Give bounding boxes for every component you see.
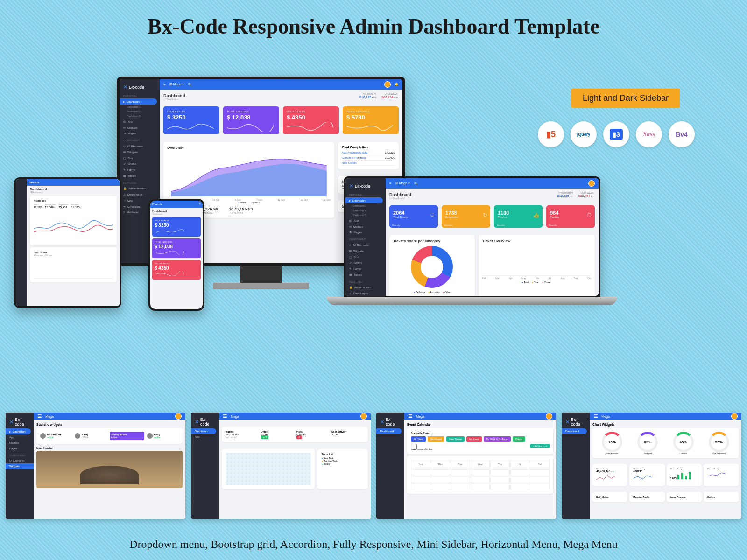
chart-widgets-title: Chart Widgets xyxy=(592,423,739,426)
ticket-bars xyxy=(482,243,591,276)
remove-checkbox[interactable] xyxy=(411,444,417,450)
html5-icon: ▮5 xyxy=(538,121,564,147)
monitor-base xyxy=(213,283,309,289)
calendar-grid[interactable]: SunMonTueWedThuFriSat xyxy=(411,460,550,490)
sidebar-section: FEATURED xyxy=(120,179,160,185)
kpi-row: 2064Total Tickets🗨More info 1738Responde… xyxy=(389,205,595,228)
kpi-resolve[interactable]: 1100Resolve👍More info xyxy=(494,205,543,228)
sidebar-sub[interactable]: Dashboard 1 xyxy=(120,105,160,109)
world-map xyxy=(226,453,311,485)
thumb-calendar: ✕Bx-code Dashboard ≡Mega Event Calendar … xyxy=(376,413,556,519)
donut-chart xyxy=(411,246,453,288)
brand-logo[interactable]: Bx-code xyxy=(29,181,39,184)
sidebar-item-forms[interactable]: ✎ Forms xyxy=(120,167,160,173)
calendar-title: Event Calendar xyxy=(407,423,553,426)
svg-rect-2 xyxy=(685,476,687,479)
sidebar-item-tables[interactable]: ▦ Tables xyxy=(120,173,160,179)
page-title: Bx-Code Responsive Admin Dashboard Templ… xyxy=(0,0,747,43)
svg-rect-1 xyxy=(681,473,683,479)
menu-icon[interactable]: ≡ xyxy=(163,83,166,87)
kpi-online-sales[interactable]: ONLINE SALES$ 4350 xyxy=(283,106,339,134)
sass-icon: Sass xyxy=(636,121,662,147)
header-stats: THIS MONTH$12,125 ▪▪▮▪ LAST WEEK$22,754 … xyxy=(359,92,398,98)
donut-panel: Tickets share per category TechnicalAcco… xyxy=(389,235,475,296)
kpi-row: GROSS SALES$ 3250 TOTAL EARNINGS$ 12,038… xyxy=(163,106,399,134)
kpi-responded[interactable]: 1738Responded↻More info xyxy=(442,205,490,228)
overview-title: Overview xyxy=(167,146,331,150)
sidebar-section: PERSONAL xyxy=(120,92,160,98)
sidebar: ✕Bx-code PERSONAL ▸ Dashboard Dashboard … xyxy=(345,178,386,296)
ring-chart: 55% xyxy=(709,432,729,452)
avatar[interactable] xyxy=(114,181,118,184)
kpi-online[interactable]: ONLINE SALES$ 4350 xyxy=(152,260,201,280)
ring-chart: 45% xyxy=(673,432,694,452)
menu-icon[interactable]: ≡ xyxy=(389,182,392,186)
kpi-pending[interactable]: 964Pending⏱More info xyxy=(546,205,595,228)
sidebar-item-auth[interactable]: 🔒 Authentication xyxy=(120,185,160,191)
thumbnails-row: ✕Bx-code ▸ Dashboard App Mailbox Pages C… xyxy=(6,413,741,519)
overview-area-chart xyxy=(167,150,331,196)
sidebar-item-app[interactable]: ◫ App xyxy=(120,119,160,125)
thumb-income-map: ✕Bx-code Dashboard App ≡Mega Income$25,1… xyxy=(191,413,371,519)
goal-completion-panel: Goal Completion Add Products to Bag140/2… xyxy=(338,142,399,169)
ring-chart: 75% xyxy=(602,432,622,452)
laptop-base xyxy=(327,297,617,305)
jquery-icon: jQuery xyxy=(571,121,597,147)
thumb-statistic-widgets: ✕Bx-code ▸ Dashboard App Mailbox Pages C… xyxy=(6,413,185,519)
thumb-chart-widgets: ✕Bx-code Dashboard ≡Mega Chart Widgets 7… xyxy=(562,413,741,519)
mega-menu[interactable]: ⊞ Mega ▾ xyxy=(395,182,410,185)
ticket-overview-panel: Ticket Overview FebMarAprMayJunJulAugSep… xyxy=(479,235,595,296)
tech-stack-row: ▮5 jQuery ▮3 Sass Bv4 xyxy=(538,121,695,147)
hero-image xyxy=(36,451,183,488)
avatar[interactable] xyxy=(588,180,595,187)
search-icon[interactable]: 🔍 xyxy=(414,182,418,186)
sidebar-sub[interactable]: Dashboard 2 xyxy=(120,109,160,114)
brand-logo[interactable]: ✕Bx-code xyxy=(120,82,160,92)
sidebar-item-charts[interactable]: ⫽ Charts xyxy=(120,161,160,167)
audience-title: Audience xyxy=(34,199,113,202)
sidebar-item-ui[interactable]: ◇ UI Elements xyxy=(120,143,160,149)
topbar: ≡ ⊞ Mega ▾ 🔍 xyxy=(386,178,599,189)
tablet-mockup: Bx-code Dashboard/ Dashboard Audience Us… xyxy=(14,177,121,308)
avatar[interactable] xyxy=(384,81,391,88)
kpi-gross-sales[interactable]: GROSS SALES$ 3250 xyxy=(163,106,219,134)
kpi-tickets[interactable]: 2064Total Tickets🗨More info xyxy=(389,205,438,228)
header-stats: THIS MONTH$12,125 ▪▮▪ LAST WEEK$22,754 ▮… xyxy=(557,191,594,197)
event-chips: All Client Dashboard New Theme My Event … xyxy=(411,436,550,442)
sidebar-sub[interactable]: Dashboard 3 xyxy=(120,114,160,119)
audience-chart xyxy=(34,209,113,241)
kpi-total-earnings[interactable]: TOTAL EARNINGS$ 12,038 xyxy=(223,106,279,134)
svg-rect-3 xyxy=(689,472,691,479)
sidebar-item-dashboard[interactable]: ▸ Dashboard xyxy=(120,98,157,105)
light-dark-badge: Light and Dark Sidebar xyxy=(571,89,680,108)
add-event-button[interactable]: + Add New Event xyxy=(530,444,550,448)
notif-icon[interactable]: 🔔 xyxy=(395,83,399,86)
page-title: Statistic widgets xyxy=(36,423,183,426)
brand-logo[interactable]: ✕Bx-code xyxy=(345,181,386,191)
mini-sidebar xyxy=(16,179,27,306)
topbar: ≡ ⊞ Mega ▾ 🔍 🔔 xyxy=(160,79,402,90)
laptop-mockup: ✕Bx-code PERSONAL ▸ Dashboard Dashboard … xyxy=(344,176,600,298)
monitor-stand xyxy=(240,266,282,285)
mega-menu[interactable]: ⊞ Mega ▾ xyxy=(169,83,184,86)
footer-features: Dropdown menu, Bootstrap grid, Accordion… xyxy=(0,538,747,551)
bootstrap-icon: Bv4 xyxy=(669,121,695,147)
css3-icon: ▮3 xyxy=(603,121,629,147)
phone-mockup: Bx-code≡ Dashboard/ Dashboard GROSS SALE… xyxy=(148,199,204,311)
sidebar-item-error[interactable]: ⚠ Error Pages xyxy=(120,191,160,197)
kpi-gross[interactable]: GROSS SALES$ 3250 xyxy=(152,217,201,237)
user-header-title: User Header xyxy=(36,447,183,449)
svg-rect-0 xyxy=(677,475,679,479)
kpi-earnings[interactable]: TOTAL EARNINGS$ 12,038 xyxy=(152,238,201,258)
sidebar-item-box[interactable]: ▢ Box xyxy=(120,155,160,161)
search-icon[interactable]: 🔍 xyxy=(188,83,192,87)
ring-chart: 82% xyxy=(637,432,658,452)
brand-logo[interactable]: Bx-code xyxy=(152,203,162,206)
sidebar-section: COMPONENT xyxy=(120,136,160,143)
sidebar-item-dashboard[interactable]: ▸ Dashboard xyxy=(345,197,383,203)
sidebar-item-mailbox[interactable]: ✉ Mailbox xyxy=(120,125,160,131)
sidebar-item-pages[interactable]: 🗎 Pages xyxy=(120,131,160,136)
sidebar-item-widgets[interactable]: ⊞ Widgets xyxy=(120,149,160,155)
kpi-venue-exp[interactable]: VENUE EXPENSES$ 5780 xyxy=(343,106,399,134)
